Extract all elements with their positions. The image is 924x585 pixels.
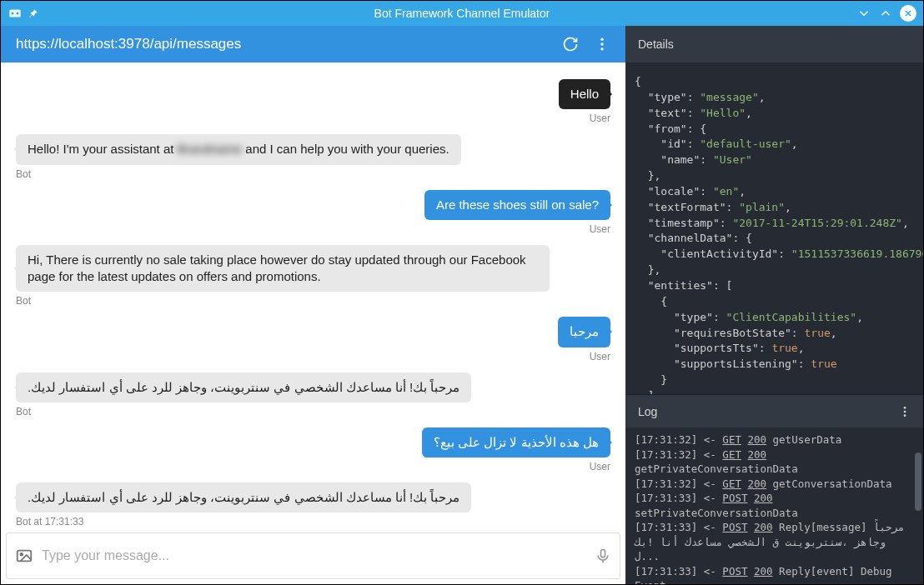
chevron-down-icon[interactable] (856, 6, 871, 21)
svg-rect-10 (601, 550, 605, 558)
message-row: .مرحباً بك! أنا مساعدك الشخصي في سنتربوي… (16, 482, 610, 528)
message-sender: User (590, 461, 610, 472)
microphone-icon[interactable] (595, 548, 611, 564)
log-header: Log (626, 394, 923, 428)
compose-bar (6, 532, 620, 579)
message-row: Hello User (16, 79, 610, 124)
app-icon (8, 6, 23, 21)
chat-header: https://localhost:3978/api/messages (1, 26, 625, 62)
message-row: .مرحباً بك! أنا مساعدك الشخصي في سنتربوي… (16, 372, 610, 418)
pin-icon[interactable] (28, 8, 39, 19)
message-row: Are these shoes still on sale? User (16, 190, 610, 235)
more-vertical-icon[interactable] (898, 405, 911, 418)
message-sender: Bot (16, 406, 31, 418)
scrollbar-thumb[interactable] (915, 452, 921, 511)
svg-point-9 (20, 553, 23, 556)
svg-point-2 (17, 12, 19, 15)
svg-point-6 (600, 42, 603, 45)
close-icon (903, 8, 913, 18)
message-bubble[interactable]: .مرحباً بك! أنا مساعدك الشخصي في سنتربوي… (16, 482, 471, 512)
message-row: Hello! I'm your assistant at Brandname a… (16, 134, 610, 179)
message-bubble[interactable]: هل هذه الأحذية لا تزال على بيع؟ (422, 428, 610, 458)
svg-point-5 (600, 38, 603, 41)
message-row: هل هذه الأحذية لا تزال على بيع؟ User (16, 428, 610, 472)
message-sender: Bot at 17:31:33 (16, 516, 83, 528)
message-bubble[interactable]: Hello (559, 79, 610, 109)
message-sender: Bot (16, 295, 31, 307)
svg-point-12 (904, 407, 906, 409)
compose-input[interactable] (42, 548, 586, 563)
message-sender: User (590, 351, 610, 362)
refresh-icon[interactable] (562, 36, 579, 52)
close-button[interactable] (900, 5, 916, 22)
message-sender: User (590, 112, 610, 124)
message-list: Hello User Hello! I'm your assistant at … (1, 62, 625, 528)
message-bubble[interactable]: مرحبا (558, 317, 610, 347)
details-json[interactable]: { "type": "message", "text": "Hello", "f… (626, 62, 923, 394)
image-icon[interactable] (15, 547, 33, 565)
message-row: مرحبا User (16, 317, 610, 362)
endpoint-url: https://localhost:3978/api/messages (16, 36, 547, 52)
log-title: Log (638, 405, 657, 418)
side-pane: Details { "type": "message", "text": "He… (626, 26, 923, 584)
message-bubble[interactable]: Are these shoes still on sale? (424, 190, 610, 220)
message-row: Hi, There is currently no sale taking pl… (16, 245, 610, 308)
svg-point-14 (904, 414, 906, 417)
details-title: Details (638, 38, 674, 51)
message-sender: Bot (16, 168, 31, 180)
message-bubble[interactable]: Hello! I'm your assistant at Brandname a… (16, 134, 461, 164)
svg-point-7 (600, 48, 603, 50)
svg-rect-0 (9, 10, 21, 18)
svg-rect-8 (18, 551, 32, 562)
message-bubble[interactable]: Hi, There is currently no sale taking pl… (16, 245, 550, 292)
log-output[interactable]: [17:31:32] <- GET 200 getUserData [17:31… (626, 428, 923, 584)
redacted-text: Brandname (178, 141, 243, 158)
message-sender: User (590, 223, 610, 235)
body: https://localhost:3978/api/messages Hell… (1, 26, 923, 584)
svg-point-1 (12, 12, 14, 15)
details-header: Details (626, 26, 923, 62)
chevron-up-icon[interactable] (878, 6, 893, 21)
svg-point-13 (904, 410, 906, 412)
titlebar: Bot Framework Channel Emulator (1, 1, 923, 26)
message-text-prefix: Hello! I'm your assistant at (28, 142, 178, 156)
chat-pane: https://localhost:3978/api/messages Hell… (1, 26, 626, 584)
more-vertical-icon[interactable] (594, 36, 610, 52)
window-controls (856, 5, 916, 22)
window-title: Bot Framework Channel Emulator (374, 7, 550, 20)
message-bubble[interactable]: .مرحباً بك! أنا مساعدك الشخصي في سنتربوي… (16, 372, 471, 402)
app-window: Bot Framework Channel Emulator https://l… (0, 0, 924, 585)
message-text-suffix: and I can help you with your queries. (242, 142, 449, 156)
